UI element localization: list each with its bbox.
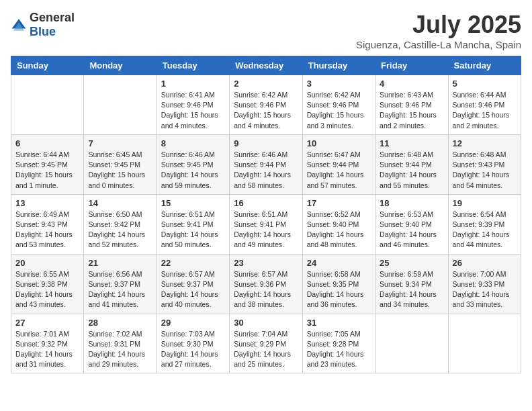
day-number: 17 bbox=[307, 198, 371, 208]
day-number: 6 bbox=[15, 138, 79, 148]
calendar-cell: 25Sunrise: 6:59 AM Sunset: 9:34 PM Dayli… bbox=[375, 254, 448, 314]
day-number: 5 bbox=[453, 79, 517, 89]
weekday-header-monday: Monday bbox=[84, 56, 157, 75]
weekday-header-friday: Friday bbox=[375, 56, 448, 75]
calendar-cell: 27Sunrise: 7:01 AM Sunset: 9:32 PM Dayli… bbox=[11, 314, 84, 373]
calendar-cell: 18Sunrise: 6:53 AM Sunset: 9:40 PM Dayli… bbox=[375, 194, 448, 254]
day-detail: Sunrise: 6:48 AM Sunset: 9:43 PM Dayligh… bbox=[453, 150, 517, 191]
day-detail: Sunrise: 6:41 AM Sunset: 9:46 PM Dayligh… bbox=[161, 90, 225, 131]
day-detail: Sunrise: 7:02 AM Sunset: 9:31 PM Dayligh… bbox=[88, 329, 152, 370]
day-detail: Sunrise: 6:42 AM Sunset: 9:46 PM Dayligh… bbox=[234, 90, 298, 131]
calendar-cell: 21Sunrise: 6:56 AM Sunset: 9:37 PM Dayli… bbox=[84, 254, 157, 314]
day-detail: Sunrise: 6:58 AM Sunset: 9:35 PM Dayligh… bbox=[307, 269, 371, 310]
calendar-cell: 31Sunrise: 7:05 AM Sunset: 9:28 PM Dayli… bbox=[302, 314, 375, 373]
day-detail: Sunrise: 6:51 AM Sunset: 9:41 PM Dayligh… bbox=[161, 210, 225, 250]
calendar-cell: 6Sunrise: 6:44 AM Sunset: 9:45 PM Daylig… bbox=[11, 134, 84, 194]
day-detail: Sunrise: 6:53 AM Sunset: 9:40 PM Dayligh… bbox=[380, 210, 443, 250]
day-number: 16 bbox=[234, 198, 298, 208]
calendar-cell: 12Sunrise: 6:48 AM Sunset: 9:43 PM Dayli… bbox=[448, 134, 521, 194]
day-detail: Sunrise: 7:00 AM Sunset: 9:33 PM Dayligh… bbox=[453, 269, 517, 310]
day-number: 3 bbox=[307, 79, 371, 89]
title-block: July 2025 Siguenza, Castille-La Mancha, … bbox=[356, 11, 521, 50]
day-detail: Sunrise: 6:44 AM Sunset: 9:46 PM Dayligh… bbox=[453, 90, 517, 131]
calendar-cell: 4Sunrise: 6:43 AM Sunset: 9:46 PM Daylig… bbox=[375, 75, 448, 135]
calendar-cell: 3Sunrise: 6:42 AM Sunset: 9:46 PM Daylig… bbox=[302, 75, 375, 135]
day-number: 8 bbox=[161, 138, 225, 148]
day-detail: Sunrise: 6:45 AM Sunset: 9:45 PM Dayligh… bbox=[88, 150, 152, 191]
day-detail: Sunrise: 6:46 AM Sunset: 9:45 PM Dayligh… bbox=[161, 150, 225, 191]
calendar-cell: 22Sunrise: 6:57 AM Sunset: 9:37 PM Dayli… bbox=[157, 254, 229, 314]
day-detail: Sunrise: 7:01 AM Sunset: 9:32 PM Dayligh… bbox=[15, 329, 79, 370]
calendar-cell: 10Sunrise: 6:47 AM Sunset: 9:44 PM Dayli… bbox=[302, 134, 375, 194]
calendar-cell: 28Sunrise: 7:02 AM Sunset: 9:31 PM Dayli… bbox=[84, 314, 157, 373]
day-number: 19 bbox=[453, 198, 517, 208]
day-detail: Sunrise: 6:57 AM Sunset: 9:36 PM Dayligh… bbox=[234, 269, 298, 310]
logo-icon bbox=[11, 17, 27, 33]
day-number: 28 bbox=[88, 318, 152, 328]
day-number: 12 bbox=[453, 138, 517, 148]
weekday-header-wednesday: Wednesday bbox=[230, 56, 302, 75]
day-number: 24 bbox=[307, 258, 371, 268]
weekday-header-sunday: Sunday bbox=[11, 56, 84, 75]
calendar-cell: 13Sunrise: 6:49 AM Sunset: 9:43 PM Dayli… bbox=[11, 194, 84, 254]
month-title: July 2025 bbox=[356, 11, 521, 39]
day-detail: Sunrise: 6:47 AM Sunset: 9:44 PM Dayligh… bbox=[307, 150, 371, 191]
weekday-header-row: SundayMondayTuesdayWednesdayThursdayFrid… bbox=[11, 56, 521, 75]
calendar-cell: 1Sunrise: 6:41 AM Sunset: 9:46 PM Daylig… bbox=[157, 75, 229, 135]
day-number: 26 bbox=[453, 258, 517, 268]
calendar-cell: 26Sunrise: 7:00 AM Sunset: 9:33 PM Dayli… bbox=[448, 254, 521, 314]
calendar-cell: 2Sunrise: 6:42 AM Sunset: 9:46 PM Daylig… bbox=[230, 75, 302, 135]
calendar-week-row: 20Sunrise: 6:55 AM Sunset: 9:38 PM Dayli… bbox=[11, 254, 521, 314]
calendar-cell: 24Sunrise: 6:58 AM Sunset: 9:35 PM Dayli… bbox=[302, 254, 375, 314]
day-number: 4 bbox=[380, 79, 443, 89]
day-number: 27 bbox=[15, 318, 79, 328]
calendar-cell: 14Sunrise: 6:50 AM Sunset: 9:42 PM Dayli… bbox=[84, 194, 157, 254]
day-detail: Sunrise: 6:56 AM Sunset: 9:37 PM Dayligh… bbox=[88, 269, 152, 310]
day-detail: Sunrise: 6:59 AM Sunset: 9:34 PM Dayligh… bbox=[380, 269, 443, 310]
calendar-cell: 19Sunrise: 6:54 AM Sunset: 9:39 PM Dayli… bbox=[448, 194, 521, 254]
day-number: 30 bbox=[234, 318, 298, 328]
calendar-cell: 17Sunrise: 6:52 AM Sunset: 9:40 PM Dayli… bbox=[302, 194, 375, 254]
calendar-week-row: 1Sunrise: 6:41 AM Sunset: 9:46 PM Daylig… bbox=[11, 75, 521, 135]
day-number: 10 bbox=[307, 138, 371, 148]
day-number: 21 bbox=[88, 258, 152, 268]
location-title: Siguenza, Castille-La Mancha, Spain bbox=[356, 39, 521, 50]
calendar-cell bbox=[375, 314, 448, 373]
day-number: 23 bbox=[234, 258, 298, 268]
calendar-cell bbox=[84, 75, 157, 135]
day-number: 20 bbox=[15, 258, 79, 268]
calendar-cell: 30Sunrise: 7:04 AM Sunset: 9:29 PM Dayli… bbox=[230, 314, 302, 373]
day-number: 25 bbox=[380, 258, 443, 268]
day-detail: Sunrise: 6:54 AM Sunset: 9:39 PM Dayligh… bbox=[453, 210, 517, 250]
day-detail: Sunrise: 7:03 AM Sunset: 9:30 PM Dayligh… bbox=[161, 329, 225, 370]
weekday-header-thursday: Thursday bbox=[302, 56, 375, 75]
calendar-cell: 11Sunrise: 6:48 AM Sunset: 9:44 PM Dayli… bbox=[375, 134, 448, 194]
calendar-week-row: 6Sunrise: 6:44 AM Sunset: 9:45 PM Daylig… bbox=[11, 134, 521, 194]
calendar-cell bbox=[448, 314, 521, 373]
calendar-cell: 5Sunrise: 6:44 AM Sunset: 9:46 PM Daylig… bbox=[448, 75, 521, 135]
calendar-cell: 7Sunrise: 6:45 AM Sunset: 9:45 PM Daylig… bbox=[84, 134, 157, 194]
day-number: 15 bbox=[161, 198, 225, 208]
day-number: 9 bbox=[234, 138, 298, 148]
day-detail: Sunrise: 6:43 AM Sunset: 9:46 PM Dayligh… bbox=[380, 90, 443, 131]
weekday-header-saturday: Saturday bbox=[448, 56, 521, 75]
calendar-table: SundayMondayTuesdayWednesdayThursdayFrid… bbox=[11, 56, 521, 373]
day-number: 7 bbox=[88, 138, 152, 148]
logo: General Blue bbox=[11, 11, 75, 39]
day-number: 31 bbox=[307, 318, 371, 328]
calendar-cell: 8Sunrise: 6:46 AM Sunset: 9:45 PM Daylig… bbox=[157, 134, 229, 194]
day-number: 18 bbox=[380, 198, 443, 208]
calendar-week-row: 27Sunrise: 7:01 AM Sunset: 9:32 PM Dayli… bbox=[11, 314, 521, 373]
day-detail: Sunrise: 6:52 AM Sunset: 9:40 PM Dayligh… bbox=[307, 210, 371, 250]
calendar-cell: 9Sunrise: 6:46 AM Sunset: 9:44 PM Daylig… bbox=[230, 134, 302, 194]
day-detail: Sunrise: 6:44 AM Sunset: 9:45 PM Dayligh… bbox=[15, 150, 79, 191]
page-header: General Blue July 2025 Siguenza, Castill… bbox=[11, 11, 521, 50]
day-number: 13 bbox=[15, 198, 79, 208]
day-number: 14 bbox=[88, 198, 152, 208]
day-number: 22 bbox=[161, 258, 225, 268]
day-detail: Sunrise: 6:42 AM Sunset: 9:46 PM Dayligh… bbox=[307, 90, 371, 131]
calendar-cell: 16Sunrise: 6:51 AM Sunset: 9:41 PM Dayli… bbox=[230, 194, 302, 254]
calendar-cell: 15Sunrise: 6:51 AM Sunset: 9:41 PM Dayli… bbox=[157, 194, 229, 254]
day-detail: Sunrise: 6:48 AM Sunset: 9:44 PM Dayligh… bbox=[380, 150, 443, 191]
day-detail: Sunrise: 6:57 AM Sunset: 9:37 PM Dayligh… bbox=[161, 269, 225, 310]
